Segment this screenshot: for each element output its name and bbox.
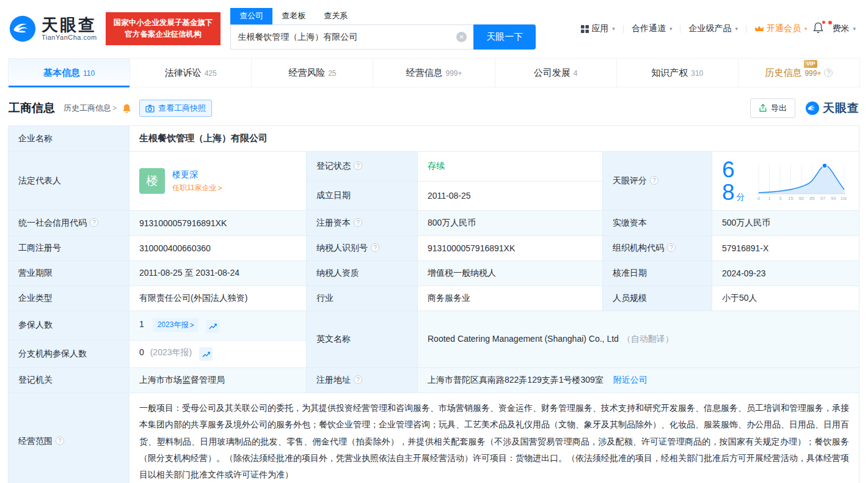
brand-watermark: 天眼查 bbox=[805, 100, 859, 116]
legal-rep-info: 楼更深 任职11家企业 > bbox=[172, 169, 222, 193]
legal-rep-name-link[interactable]: 楼更深 bbox=[172, 169, 222, 180]
trend-chart-icon bbox=[209, 322, 217, 330]
nav-apps[interactable]: 应用 ▾ bbox=[578, 23, 618, 34]
row-company-name: 企业名称 生根餐饮管理（上海）有限公司 bbox=[9, 126, 859, 152]
approval-date-value: 2024-09-23 bbox=[712, 261, 859, 286]
tab-label: 知识产权 bbox=[651, 67, 688, 78]
field-label: 组织机构代码? bbox=[603, 236, 712, 261]
search-button[interactable]: 天眼一下 bbox=[473, 24, 536, 50]
search-tab-relation[interactable]: 查关系 bbox=[315, 8, 357, 24]
tab-count: 25 bbox=[328, 69, 336, 78]
chevron-down-icon: ▾ bbox=[612, 26, 615, 32]
government-certification-badge: 国家中小企业发展子基金旗下 官方备案企业征信机构 bbox=[106, 12, 221, 46]
field-label: 人员规模 bbox=[603, 286, 712, 311]
svg-text:85: 85 bbox=[809, 196, 814, 201]
branch-insured-value: 0 (2023年报) bbox=[129, 340, 307, 368]
tianyancha-swirl-icon bbox=[9, 15, 37, 43]
field-label: 分支机构参保人数 bbox=[9, 340, 129, 368]
legal-rep-companies-link[interactable]: 任职11家企业 > bbox=[172, 183, 222, 193]
tab-label: 公司发展 bbox=[534, 67, 571, 78]
industry-value: 商务服务业 bbox=[418, 286, 603, 311]
nav-user-account[interactable]: 费米 ▾ bbox=[830, 23, 858, 34]
business-term-value: 2011-08-25 至 2031-08-24 bbox=[129, 261, 307, 286]
tab-basic-info[interactable]: 基本信息110 bbox=[9, 59, 130, 87]
annual-report-tag[interactable]: 2023年报 > bbox=[153, 318, 199, 332]
export-button[interactable]: 导出 bbox=[750, 98, 795, 118]
nav-enterprise-label: 企业级产品 bbox=[688, 23, 731, 34]
insured-trend-button[interactable] bbox=[206, 320, 219, 333]
clear-search-icon[interactable]: ✕ bbox=[456, 32, 467, 42]
help-icon[interactable]: ? bbox=[56, 437, 64, 445]
field-label: 纳税人资质 bbox=[307, 261, 418, 286]
brand-text: 天眼查 bbox=[823, 100, 859, 116]
orange-bell-icon bbox=[122, 103, 131, 114]
help-icon[interactable]: ? bbox=[824, 68, 833, 77]
tab-label: 经营信息 bbox=[406, 67, 442, 78]
badge-line2: 官方备案企业征信机构 bbox=[114, 29, 213, 40]
tab-business-info[interactable]: 经营信息999+ bbox=[373, 59, 495, 87]
help-icon[interactable]: ? bbox=[354, 375, 362, 384]
notifications-bell[interactable] bbox=[813, 22, 823, 35]
search-input-wrap: ✕ bbox=[230, 24, 473, 50]
tab-operating-risk[interactable]: 经营风险25 bbox=[252, 59, 373, 87]
nav-user-label: 费米 bbox=[832, 23, 849, 34]
reg-address-value: 上海市普陀区真南路822弄129支弄1号楼309室 附近公司 bbox=[418, 368, 859, 393]
nav-open-vip[interactable]: 开通会员 ▾ bbox=[752, 23, 810, 34]
view-business-snapshot-button[interactable]: 查看工商快照 bbox=[139, 100, 212, 117]
svg-text:0: 0 bbox=[757, 196, 760, 201]
trend-chart-icon bbox=[202, 350, 210, 358]
history-business-info-link[interactable]: 历史工商信息 > bbox=[64, 103, 117, 114]
nav-cooperation-label: 合作通道 bbox=[632, 23, 666, 34]
top-nav: 应用 ▾ 合作通道 ▾ 企业级产品 ▾ 开通会员 ▾ 费米 ▾ bbox=[578, 22, 858, 35]
logo-title: 天眼查 bbox=[42, 17, 97, 34]
insured-count-value: 1 2023年报 > bbox=[129, 311, 307, 341]
svg-text:1: 1 bbox=[768, 196, 770, 201]
auto-translate-note: （自动翻译） bbox=[622, 334, 674, 344]
nav-cooperation[interactable]: 合作通道 ▾ bbox=[629, 23, 675, 34]
score-unit: 分 bbox=[737, 192, 745, 202]
tianyancha-logo[interactable]: 天眼查 TianYanCha.com bbox=[9, 15, 97, 43]
tab-history-info[interactable]: VIP 历史信息999+? bbox=[739, 59, 859, 87]
help-icon[interactable]: ? bbox=[90, 218, 98, 227]
tab-intellectual-property[interactable]: 知识产权310 bbox=[617, 59, 739, 87]
nav-divider bbox=[746, 25, 746, 33]
help-icon[interactable]: ? bbox=[354, 218, 362, 227]
search-input[interactable] bbox=[238, 32, 456, 42]
subscribe-bell[interactable] bbox=[122, 103, 131, 114]
row-term-tax: 营业期限 2011-08-25 至 2031-08-24 纳税人资质 增值税一般… bbox=[9, 261, 859, 286]
help-icon[interactable]: ? bbox=[650, 176, 658, 185]
svg-text:97: 97 bbox=[820, 196, 825, 201]
svg-text:99: 99 bbox=[831, 196, 836, 201]
nearby-companies-link[interactable]: 附近公司 bbox=[613, 375, 647, 385]
legal-rep-avatar[interactable]: 楼 bbox=[139, 168, 165, 194]
reg-authority-value: 上海市市场监督管理局 bbox=[129, 368, 307, 393]
business-info-section-header: 工商信息 历史工商信息 > 查看工商快照 导出 天眼查 bbox=[9, 98, 859, 118]
establish-date-value: 2011-08-25 bbox=[418, 181, 603, 211]
row-business-scope: 经营范围? 一般项目：受母公司及其关联公司的委托，为其提供投资经营管理和咨询服务… bbox=[9, 393, 859, 483]
help-icon[interactable]: ? bbox=[667, 243, 676, 252]
search-tab-company[interactable]: 查公司 bbox=[230, 8, 272, 24]
tab-count: 999+ bbox=[445, 69, 462, 78]
row-type-industry: 企业类型 有限责任公司(外国法人独资) 行业 商务服务业 人员规模 小于50人 bbox=[9, 286, 859, 311]
tianyancha-swirl-icon bbox=[805, 101, 820, 116]
chevron-down-icon: ▾ bbox=[804, 26, 808, 32]
field-label: 登记机关 bbox=[9, 368, 129, 393]
branch-insured-trend-button[interactable] bbox=[199, 347, 213, 361]
search-tab-boss[interactable]: 查老板 bbox=[272, 8, 315, 24]
tab-count: 110 bbox=[83, 69, 95, 78]
field-label: 注册地址? bbox=[307, 368, 418, 393]
help-icon[interactable]: ? bbox=[371, 243, 379, 252]
section-header-right: 导出 天眼查 bbox=[750, 98, 859, 118]
reg-number-value: 310000400660360 bbox=[129, 236, 307, 261]
field-label: 经营范围? bbox=[9, 393, 129, 483]
top-header: 天眼查 TianYanCha.com 国家中小企业发展子基金旗下 官方备案企业征… bbox=[0, 0, 868, 55]
tab-legal-proceedings[interactable]: 法律诉讼425 bbox=[130, 59, 252, 87]
field-label: 营业期限 bbox=[9, 261, 129, 286]
field-label: 纳税人识别号? bbox=[307, 236, 418, 261]
nav-enterprise-products[interactable]: 企业级产品 ▾ bbox=[686, 23, 740, 34]
search-box: ✕ 天眼一下 bbox=[230, 24, 536, 50]
tab-company-development[interactable]: 公司发展4 bbox=[495, 59, 617, 87]
help-icon[interactable]: ? bbox=[354, 161, 362, 170]
notification-dot bbox=[822, 20, 826, 24]
paid-capital-value: 500万人民币 bbox=[712, 211, 859, 236]
